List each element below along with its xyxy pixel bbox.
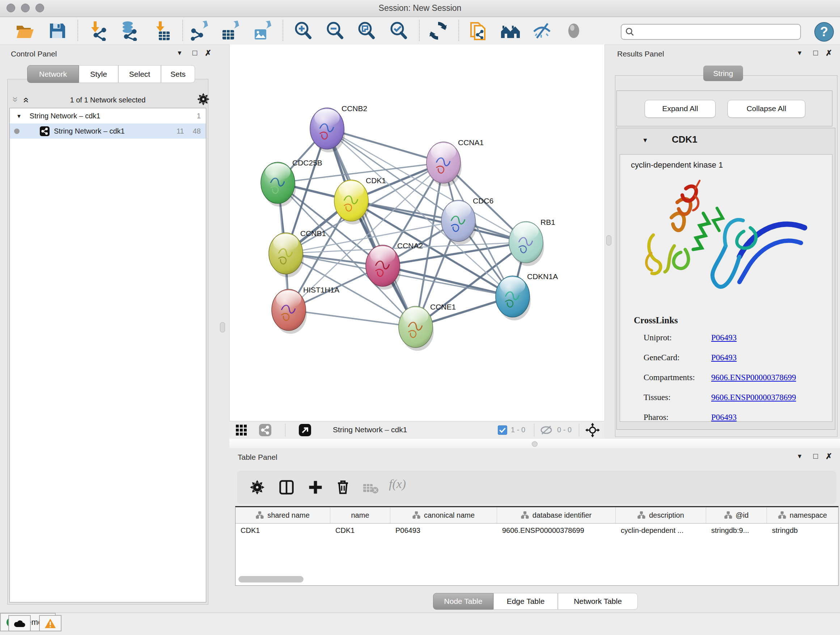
zoom-selected-icon[interactable] xyxy=(388,21,409,41)
zoom-fit-icon[interactable] xyxy=(356,21,377,41)
column-header[interactable]: canonical name xyxy=(390,507,497,523)
show-all-eye-icon[interactable] xyxy=(564,21,584,41)
results-panel-close-icon[interactable]: ✗ xyxy=(826,49,832,58)
crosslink-link[interactable]: P06493 xyxy=(711,353,737,363)
network-node-cdc25b[interactable] xyxy=(261,162,296,207)
table-options-gear-icon[interactable] xyxy=(250,480,264,494)
save-session-icon[interactable] xyxy=(47,21,67,41)
tab-edge-table[interactable]: Edge Table xyxy=(493,593,558,610)
right-divider-handle[interactable] xyxy=(606,235,611,245)
create-column-plus-icon[interactable] xyxy=(308,479,323,495)
table-cell[interactable]: stringdb:9... xyxy=(706,526,767,535)
results-panel-float-icon[interactable]: □ xyxy=(813,48,818,57)
crosslink-link[interactable]: 9606.ENSP00000378699 xyxy=(711,373,796,382)
new-network-from-selection-icon[interactable] xyxy=(468,21,488,41)
network-node-ccnb2[interactable] xyxy=(310,108,345,152)
table-row[interactable]: CDK1 CDK1 P06493 9606.ENSP00000378699 cy… xyxy=(235,524,838,537)
edge-count: 48 xyxy=(193,127,201,135)
crosslink-link[interactable]: P06493 xyxy=(711,413,737,422)
hide-selected-eye-icon[interactable] xyxy=(532,21,552,41)
table-cell[interactable]: cyclin-dependent ... xyxy=(616,526,706,535)
horizontal-divider[interactable] xyxy=(229,439,840,448)
zoom-out-icon[interactable] xyxy=(325,21,345,41)
results-panel-collapse-icon[interactable]: ▼ xyxy=(797,50,803,57)
column-header[interactable]: shared name xyxy=(235,507,330,523)
node-label-rb1: RB1 xyxy=(540,218,555,226)
network-node-cdk1[interactable] xyxy=(334,180,369,225)
table-cell[interactable]: 9606.ENSP00000378699 xyxy=(497,526,616,535)
control-panel-close-icon[interactable]: ✗ xyxy=(205,49,211,58)
birds-eye-grid-icon[interactable] xyxy=(236,424,248,435)
export-network-icon[interactable] xyxy=(188,21,209,41)
network-node-cdkn1a[interactable] xyxy=(496,276,531,320)
entry-expander-icon[interactable]: ▼ xyxy=(642,137,648,144)
tab-node-table[interactable]: Node Table xyxy=(433,593,493,610)
collapse-all-button[interactable]: Collapse All xyxy=(728,100,805,118)
column-header[interactable]: @id xyxy=(706,507,767,523)
tab-select[interactable]: Select xyxy=(118,65,161,83)
table-panel-close-icon[interactable]: ✗ xyxy=(826,452,832,461)
table-cell[interactable]: CDK1 xyxy=(235,526,330,535)
delete-column-trash-icon[interactable] xyxy=(335,478,351,495)
cloud-status-button[interactable] xyxy=(8,615,31,631)
open-in-window-icon[interactable] xyxy=(299,424,311,436)
pan-crosshair-icon[interactable] xyxy=(585,423,600,437)
help-icon[interactable]: ? xyxy=(814,22,834,42)
crosslink-link[interactable]: 9606.ENSP00000378699 xyxy=(711,393,796,402)
show-columns-icon[interactable] xyxy=(279,479,294,495)
tab-sets[interactable]: Sets xyxy=(161,65,195,83)
network-edge[interactable] xyxy=(289,310,416,327)
network-node-ccne1[interactable] xyxy=(399,306,434,351)
network-node-rb1[interactable] xyxy=(509,222,544,266)
network-row[interactable]: String Network – cdk1 11 48 xyxy=(10,124,206,139)
tab-style[interactable]: Style xyxy=(79,65,118,83)
network-share-icon[interactable] xyxy=(259,424,271,436)
control-panel-float-icon[interactable]: □ xyxy=(193,48,197,57)
warning-status-button[interactable] xyxy=(39,615,62,631)
table-cell[interactable]: CDK1 xyxy=(330,526,390,535)
horizontal-divider-handle[interactable] xyxy=(532,441,538,447)
horizontal-scrollbar-thumb[interactable] xyxy=(238,576,303,583)
search-field[interactable] xyxy=(621,24,801,40)
network-node-ccna2[interactable] xyxy=(366,245,401,290)
hidden-eye-slash-icon[interactable] xyxy=(539,425,554,435)
network-canvas[interactable]: CCNB2CCNA1CDC25BCDK1CDC6RB1CCNB1CCNA2CDK… xyxy=(229,44,605,421)
network-collection-row[interactable]: ▼ String Network – cdk1 1 xyxy=(10,108,206,124)
network-node-cdc6[interactable] xyxy=(441,200,477,245)
search-input[interactable] xyxy=(635,27,791,36)
zoom-in-icon[interactable] xyxy=(293,21,313,41)
left-divider-handle[interactable] xyxy=(220,322,225,333)
column-header[interactable]: description xyxy=(616,507,706,523)
control-panel-collapse-icon[interactable]: ▼ xyxy=(177,50,183,57)
column-header[interactable]: database identifier xyxy=(497,507,616,523)
tab-network-table[interactable]: Network Table xyxy=(558,593,638,610)
table-panel-collapse-icon[interactable]: ▼ xyxy=(797,453,803,460)
control-panel-tabs: NetworkStyleSelectSets xyxy=(27,65,195,83)
tab-network[interactable]: Network xyxy=(27,65,79,83)
node-label-ccnb2: CCNB2 xyxy=(341,104,367,112)
tree-expander-icon[interactable]: ▼ xyxy=(16,113,22,119)
table-cell[interactable]: stringdb xyxy=(767,526,838,535)
export-table-icon[interactable] xyxy=(219,21,240,41)
open-session-icon[interactable] xyxy=(14,21,35,41)
network-edge[interactable] xyxy=(327,128,416,327)
first-neighbors-icon[interactable] xyxy=(500,21,521,41)
table-panel-float-icon[interactable]: □ xyxy=(813,451,818,461)
network-graph[interactable]: CCNB2CCNA1CDC25BCDK1CDC6RB1CCNB1CCNA2CDK… xyxy=(230,44,605,421)
network-node-hist1h1a[interactable] xyxy=(272,289,307,334)
expand-all-button[interactable]: Expand All xyxy=(645,100,715,118)
import-network-file-icon[interactable] xyxy=(88,21,108,41)
import-network-database-icon[interactable] xyxy=(118,21,139,41)
table-cell[interactable]: P06493 xyxy=(390,526,497,535)
network-node-ccna1[interactable] xyxy=(426,142,462,187)
import-table-file-icon[interactable] xyxy=(152,21,172,41)
tab-string[interactable]: String xyxy=(703,65,743,81)
network-node-ccnb1[interactable] xyxy=(269,233,304,277)
column-header[interactable]: namespace xyxy=(767,507,838,523)
network-options-gear-icon[interactable] xyxy=(197,93,210,105)
selected-checkbox-icon[interactable] xyxy=(498,425,507,435)
crosslink-link[interactable]: P06493 xyxy=(711,333,737,342)
export-image-icon[interactable] xyxy=(252,21,272,41)
column-header[interactable]: name xyxy=(330,507,390,523)
refresh-view-icon[interactable] xyxy=(428,21,448,41)
